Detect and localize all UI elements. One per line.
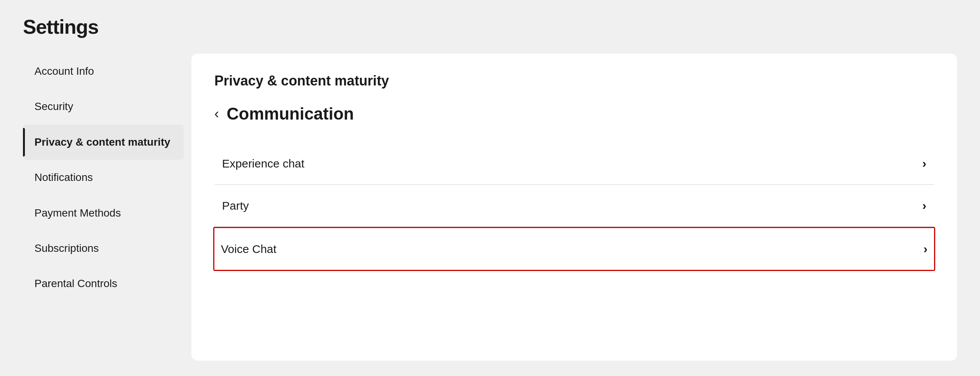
menu-item-chevron-party: › [922, 199, 926, 213]
section-subtitle: Communication [227, 104, 354, 123]
menu-item-label-experience-chat: Experience chat [222, 157, 304, 170]
sidebar: Account InfoSecurityPrivacy & content ma… [23, 54, 184, 361]
sidebar-item-payment-methods[interactable]: Payment Methods [23, 195, 184, 231]
menu-item-chevron-voice-chat: › [923, 242, 928, 256]
sidebar-item-security[interactable]: Security [23, 89, 184, 124]
content-area: Account InfoSecurityPrivacy & content ma… [23, 54, 957, 361]
sidebar-item-account-info[interactable]: Account Info [23, 54, 184, 89]
sidebar-item-privacy[interactable]: Privacy & content maturity [23, 125, 184, 160]
page-title: Settings [23, 15, 957, 38]
sidebar-item-parental-controls[interactable]: Parental Controls [23, 266, 184, 301]
menu-item-party[interactable]: Party› [214, 185, 934, 227]
menu-item-label-party: Party [222, 199, 249, 212]
menu-item-label-voice-chat: Voice Chat [221, 243, 276, 256]
section-heading: Privacy & content maturity [214, 73, 934, 89]
sidebar-item-subscriptions[interactable]: Subscriptions [23, 231, 184, 266]
menu-item-experience-chat[interactable]: Experience chat› [214, 143, 934, 185]
menu-list: Experience chat›Party›Voice Chat› [214, 143, 934, 271]
sidebar-item-notifications[interactable]: Notifications [23, 160, 184, 195]
back-button[interactable]: ‹ [214, 107, 219, 121]
menu-item-voice-chat[interactable]: Voice Chat› [213, 227, 935, 271]
page-container: Settings Account InfoSecurityPrivacy & c… [0, 0, 980, 376]
menu-item-chevron-experience-chat: › [922, 156, 926, 171]
back-header: ‹ Communication [214, 104, 934, 123]
main-content: Privacy & content maturity ‹ Communicati… [191, 54, 957, 361]
